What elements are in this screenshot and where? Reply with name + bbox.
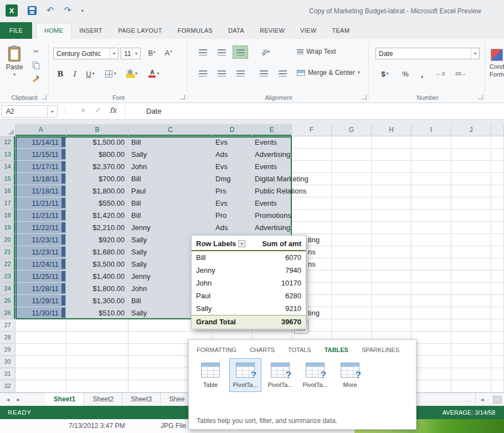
cell-C19[interactable]: Jenny xyxy=(128,222,213,234)
paste-dropdown-icon[interactable]: ▾ xyxy=(13,73,16,77)
tab-home[interactable]: HOME xyxy=(36,23,71,39)
cell-B21[interactable]: $1,680.00 xyxy=(66,246,128,258)
tab-formulas[interactable]: FORMULAS xyxy=(169,23,220,39)
cell-A13[interactable]: 11/15/11 xyxy=(16,149,66,161)
row-header-32[interactable]: 32 xyxy=(0,380,16,393)
insert-function-icon[interactable]: fx xyxy=(110,106,116,114)
cell-D12[interactable]: Evs xyxy=(213,136,252,149)
cell-A25[interactable]: 11/29/11 xyxy=(16,295,66,307)
conditional-formatting-icon[interactable] xyxy=(491,49,503,61)
percent-format-button[interactable]: % xyxy=(399,68,412,80)
row-header-22[interactable]: 22 xyxy=(0,258,16,271)
qa-item-pivotta[interactable]: ?PivotTa... xyxy=(299,358,331,392)
cell-D15[interactable]: Dmg xyxy=(213,173,252,185)
cell-B30[interactable] xyxy=(66,356,128,368)
cell-I22[interactable] xyxy=(412,258,451,271)
italic-button[interactable]: I xyxy=(69,68,80,80)
cell-J27[interactable] xyxy=(451,319,491,332)
qa-item-pivotta[interactable]: ?PivotTa... xyxy=(264,358,296,392)
clipboard-dialog-launcher-icon[interactable] xyxy=(42,95,47,99)
cell-A32[interactable] xyxy=(16,380,66,393)
cell-J19[interactable] xyxy=(451,222,491,234)
cell-I16[interactable] xyxy=(412,185,451,197)
row-header-24[interactable]: 24 xyxy=(0,283,16,295)
qa-item-pivotta[interactable]: ?PivotTa... xyxy=(229,358,261,392)
cell-G12[interactable] xyxy=(332,136,372,149)
cell-H22[interactable] xyxy=(372,258,412,271)
cell-H18[interactable] xyxy=(372,210,412,222)
column-header-d[interactable]: D xyxy=(213,124,252,136)
undo-icon[interactable]: ↶ xyxy=(47,6,54,15)
cell-B27[interactable] xyxy=(66,319,128,332)
row-header-29[interactable]: 29 xyxy=(0,344,16,356)
cell-J16[interactable] xyxy=(451,185,491,197)
cell-H19[interactable] xyxy=(372,222,412,234)
cell-A24[interactable]: 11/28/11 xyxy=(16,283,66,295)
cell-A14[interactable]: 11/17/11 xyxy=(16,161,66,173)
cell-J17[interactable] xyxy=(451,197,491,210)
increase-indent-button[interactable] xyxy=(275,67,290,80)
name-box[interactable]: A2 xyxy=(1,105,48,118)
cell-H25[interactable] xyxy=(372,295,412,307)
align-center-button[interactable] xyxy=(214,67,229,80)
cell-H20[interactable] xyxy=(372,234,412,246)
cell-G19[interactable] xyxy=(332,222,372,234)
qa-tab-formatting[interactable]: FORMATTING xyxy=(197,347,236,353)
cell-H26[interactable] xyxy=(372,307,412,319)
cell-A26[interactable]: 11/30/11 xyxy=(16,307,66,319)
cell-A15[interactable]: 11/18/11 xyxy=(16,173,66,185)
comma-format-button[interactable]: , xyxy=(416,68,428,80)
tab-review[interactable]: REVIEW xyxy=(252,23,292,39)
cell-H16[interactable] xyxy=(372,185,412,197)
cell-B32[interactable] xyxy=(66,380,128,393)
cell-E13[interactable]: Advertising xyxy=(252,149,292,161)
cell-J21[interactable] xyxy=(451,246,491,258)
cell-H21[interactable] xyxy=(372,246,412,258)
cell-I32[interactable] xyxy=(412,380,451,393)
cell-H23[interactable] xyxy=(372,271,412,283)
merge-center-button[interactable]: Merge & Center▾ xyxy=(297,69,360,77)
cell-G18[interactable] xyxy=(332,210,372,222)
qa-tab-charts[interactable]: CHARTS xyxy=(250,347,275,353)
sheet-nav-prev-icon[interactable]: ◄ xyxy=(6,397,11,403)
name-box-dropdown-icon[interactable]: ▾ xyxy=(48,105,58,118)
column-header-h[interactable]: H xyxy=(372,124,412,136)
row-header-20[interactable]: 20 xyxy=(0,234,16,246)
cell-I20[interactable] xyxy=(412,234,451,246)
font-name-dropdown-icon[interactable]: ▾ xyxy=(110,48,118,59)
fill-color-button[interactable]: ▾ xyxy=(123,68,141,80)
cell-B17[interactable]: $550.00 xyxy=(66,197,128,210)
cell-I31[interactable] xyxy=(412,368,451,380)
cell-I24[interactable] xyxy=(412,283,451,295)
cell-I30[interactable] xyxy=(412,356,451,368)
cell-H27[interactable] xyxy=(372,319,412,332)
row-header-13[interactable]: 13 xyxy=(0,149,16,161)
row-header-26[interactable]: 26 xyxy=(0,307,16,319)
cell-E16[interactable]: Public Relations xyxy=(252,185,292,197)
cell-G25[interactable] xyxy=(332,295,372,307)
column-header-j[interactable]: J xyxy=(451,124,491,136)
cell-A28[interactable] xyxy=(16,332,66,344)
cell-B12[interactable]: $1,500.00 xyxy=(66,136,128,149)
row-header-25[interactable]: 25 xyxy=(0,295,16,307)
cell-A29[interactable] xyxy=(16,344,66,356)
row-header-30[interactable]: 30 xyxy=(0,356,16,368)
font-size-combo[interactable]: 11 ▾ xyxy=(121,48,141,59)
cell-G22[interactable] xyxy=(332,258,372,271)
alignment-dialog-launcher-icon[interactable] xyxy=(362,95,367,99)
cell-F12[interactable] xyxy=(292,136,332,149)
cell-J14[interactable] xyxy=(451,161,491,173)
row-header-31[interactable]: 31 xyxy=(0,368,16,380)
cell-E18[interactable]: Promotions xyxy=(252,210,292,222)
cell-D19[interactable]: Ads xyxy=(213,222,252,234)
cell-G27[interactable] xyxy=(332,319,372,332)
cell-J28[interactable] xyxy=(451,332,491,344)
cell-J20[interactable] xyxy=(451,234,491,246)
cell-B13[interactable]: $800.00 xyxy=(66,149,128,161)
column-header-i[interactable]: I xyxy=(412,124,451,136)
cell-J13[interactable] xyxy=(451,149,491,161)
number-dialog-launcher-icon[interactable] xyxy=(479,95,483,99)
tab-overflow-ellipsis-icon[interactable]: … xyxy=(464,396,471,404)
tab-view[interactable]: VIEW xyxy=(292,23,324,39)
cell-A18[interactable]: 11/21/11 xyxy=(16,210,66,222)
